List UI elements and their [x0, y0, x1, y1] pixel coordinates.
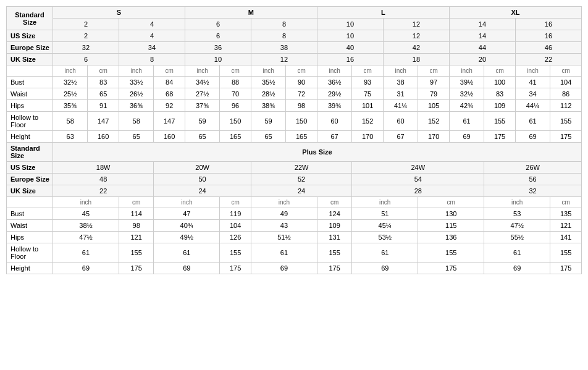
- s2-r0-inch-1: 47: [154, 208, 220, 220]
- size-chart: StandardSizeSMLXL246810121416US Size2468…: [6, 6, 582, 274]
- s1-r1-c3: 26½: [119, 88, 153, 100]
- s1-r3-c1: 58: [53, 112, 88, 131]
- s1-r0-c13: 39½: [449, 77, 484, 88]
- units-row-1: inchcminchcminchcminchcminchcminchcminch…: [7, 65, 582, 77]
- europe-size-row: Europe Size3234363840424446: [7, 42, 582, 54]
- unit-inch-3: inch: [251, 65, 285, 77]
- s1-label-2: Hips: [7, 100, 53, 112]
- s1-r0-c3: 33½: [119, 77, 153, 88]
- s2-r2-cm-4: 141: [550, 232, 582, 243]
- us10: 10: [317, 30, 383, 42]
- plus-uk-24: 24: [154, 185, 251, 197]
- s1-data-row-3: Hollow toFloor58147581475915059150601526…: [7, 112, 582, 131]
- s2-label-4: Height: [7, 263, 53, 274]
- s1-data-row-4: Height6316065160651656516567170671706917…: [7, 131, 582, 143]
- s1-r2-c13: 42¾: [449, 100, 484, 112]
- s2-r4-cm-1: 175: [220, 263, 251, 274]
- s1-r0-c12: 97: [418, 77, 450, 88]
- s2-r1-inch-3: 45¼: [352, 220, 418, 232]
- plus-uk-32: 32: [484, 185, 582, 197]
- unit-cm-5: cm: [418, 65, 450, 77]
- s1-r2-c8: 98: [286, 100, 317, 112]
- std-size-label: StandardSize: [7, 7, 53, 30]
- unit-inch-1: inch: [119, 65, 153, 77]
- s1-r4-c6: 165: [220, 131, 251, 143]
- us-8: 8: [251, 19, 317, 30]
- s2-data-row-1: Waist38½9840¾1044310945¼11547½121: [7, 220, 582, 232]
- us-10: 10: [317, 19, 383, 30]
- s1-r3-c16: 155: [550, 112, 582, 131]
- s1-r2-c12: 105: [418, 100, 450, 112]
- us-6: 6: [185, 19, 251, 30]
- s2-r3-cm-4: 155: [550, 243, 582, 263]
- s2-r3-inch-2: 61: [251, 243, 317, 263]
- s1-r4-c4: 160: [154, 131, 185, 143]
- s2-r3-inch-4: 61: [484, 243, 550, 263]
- s1-r1-c10: 75: [352, 88, 384, 100]
- s2-r1-cm-1: 104: [220, 220, 251, 232]
- s2-data-row-4: Height6917569175691756917569175: [7, 263, 582, 274]
- s2-r4-cm-4: 175: [550, 263, 582, 274]
- s2-r1-cm-0: 98: [119, 220, 153, 232]
- s2-r0-inch-2: 49: [251, 208, 317, 220]
- uk-size-row: UK Size68101216182022: [7, 54, 582, 65]
- s2-r3-cm-2: 155: [317, 243, 351, 263]
- s2-label-3: Hollow toFloor: [7, 243, 53, 263]
- plus-us-24w: 24W: [352, 162, 484, 174]
- plus-eu-56: 56: [484, 174, 582, 185]
- s1-label-4: Height: [7, 131, 53, 143]
- s1-r1-c8: 72: [286, 88, 317, 100]
- s2-r1-inch-0: 38½: [53, 220, 119, 232]
- s1-r4-c5: 65: [185, 131, 219, 143]
- s1-r3-c2: 147: [88, 112, 119, 131]
- s1-r4-c10: 170: [352, 131, 384, 143]
- s2-r4-cm-2: 175: [317, 263, 351, 274]
- punit-inch-3: inch: [352, 197, 418, 208]
- s1-r3-c13: 61: [449, 112, 484, 131]
- s-header: S: [53, 7, 185, 19]
- unit-inch-0: inch: [53, 65, 88, 77]
- us16: 16: [515, 30, 581, 42]
- plus-eu-label: Europe Size: [7, 174, 53, 185]
- unit-cm-6: cm: [484, 65, 516, 77]
- us-12: 12: [383, 19, 449, 30]
- s1-r0-c1: 32½: [53, 77, 88, 88]
- unit-cm-0: cm: [88, 65, 119, 77]
- s1-r0-c8: 90: [286, 77, 317, 88]
- plus-uk-row: UK Size2224242832: [7, 185, 582, 197]
- uk-size-label: UK Size: [7, 54, 53, 65]
- us-2: 2: [53, 19, 119, 30]
- unit-inch-4: inch: [317, 65, 351, 77]
- unit-empty: [7, 65, 53, 77]
- us12: 12: [383, 30, 449, 42]
- unit-inch-5: inch: [383, 65, 418, 77]
- us-16: 16: [515, 19, 581, 30]
- plus-uk-24b: 24: [251, 185, 351, 197]
- s1-r2-c2: 91: [88, 100, 119, 112]
- s2-r2-inch-3: 53½: [352, 232, 418, 243]
- us-size-values-row: 246810121416: [7, 19, 582, 30]
- us-4: 4: [119, 19, 185, 30]
- s1-r1-c4: 68: [154, 88, 185, 100]
- s1-r2-c4: 92: [154, 100, 185, 112]
- s1-r1-c6: 70: [220, 88, 251, 100]
- europe-size-label: Europe Size: [7, 42, 53, 54]
- s1-r4-c13: 69: [449, 131, 484, 143]
- s2-r4-cm-0: 175: [119, 263, 153, 274]
- s1-r3-c11: 60: [383, 112, 418, 131]
- s2-r3-cm-3: 155: [418, 243, 484, 263]
- plus-eu-row: Europe Size4850525456: [7, 174, 582, 185]
- s1-r0-c2: 83: [88, 77, 119, 88]
- s2-r0-inch-4: 53: [484, 208, 550, 220]
- plus-eu-54: 54: [352, 174, 484, 185]
- s1-r0-c11: 38: [383, 77, 418, 88]
- s2-r2-inch-4: 55½: [484, 232, 550, 243]
- s1-r3-c7: 59: [251, 112, 285, 131]
- s1-r3-c15: 61: [515, 112, 550, 131]
- s1-r2-c3: 36¾: [119, 100, 153, 112]
- s2-r2-inch-2: 51½: [251, 232, 317, 243]
- s2-r1-cm-4: 121: [550, 220, 582, 232]
- s1-r0-c10: 93: [352, 77, 384, 88]
- s1-r1-c11: 31: [383, 88, 418, 100]
- unit-cm-3: cm: [286, 65, 317, 77]
